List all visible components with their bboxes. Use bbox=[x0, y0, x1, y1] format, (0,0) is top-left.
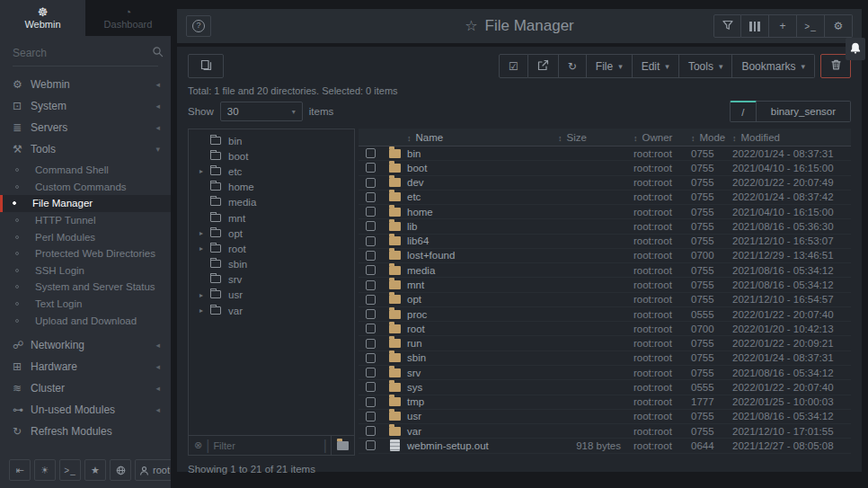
file-name[interactable]: mnt bbox=[407, 279, 558, 290]
tree-item-opt[interactable]: ▸opt bbox=[189, 226, 354, 241]
chevron-right-icon[interactable]: ▸ bbox=[196, 291, 207, 299]
tree-item-root[interactable]: ▸root bbox=[189, 241, 354, 256]
sidebar-item-system-and-server-status[interactable]: System and Server Status bbox=[0, 279, 171, 296]
sidebar-item-perl-modules[interactable]: Perl Modules bbox=[0, 228, 171, 245]
file-name[interactable]: srv bbox=[407, 368, 558, 378]
file-name[interactable]: lost+found bbox=[407, 250, 558, 261]
table-row[interactable]: tmproot:root17772022/01/25 - 10:00:03 bbox=[359, 395, 851, 410]
page-size-select[interactable]: 30 ▾ bbox=[220, 102, 303, 121]
file-name[interactable]: media bbox=[407, 265, 558, 276]
theme-button[interactable]: ☀ bbox=[34, 459, 56, 481]
sidebar-item-file-manager[interactable]: File Manager bbox=[0, 195, 171, 212]
filter-button[interactable] bbox=[713, 14, 741, 38]
tree-item-var[interactable]: ▸var bbox=[189, 303, 354, 318]
tree-item-sbin[interactable]: sbin bbox=[189, 257, 354, 272]
columns-button[interactable] bbox=[741, 14, 769, 38]
clear-filter-icon[interactable]: ⊗ bbox=[194, 439, 202, 451]
file-name[interactable]: usr bbox=[407, 411, 558, 421]
tree-folder-button[interactable] bbox=[331, 436, 354, 455]
file-name[interactable]: root bbox=[407, 324, 558, 334]
notifications-button[interactable] bbox=[846, 38, 865, 60]
sidebar-item-http-tunnel[interactable]: HTTP Tunnel bbox=[0, 212, 171, 229]
file-name[interactable]: sys bbox=[407, 382, 558, 393]
tree-item-usr[interactable]: ▸usr bbox=[189, 288, 354, 303]
column-owner[interactable]: ↕Owner bbox=[633, 132, 691, 143]
add-button[interactable]: + bbox=[769, 14, 797, 38]
table-row[interactable]: libroot:root07552021/08/16 - 05:36:30 bbox=[359, 219, 851, 234]
collapse-sidebar-button[interactable]: ⇤ bbox=[9, 459, 31, 481]
table-row[interactable]: lost+foundroot:root07002021/12/29 - 13:4… bbox=[359, 249, 851, 263]
file-name[interactable]: boot bbox=[407, 163, 558, 173]
row-checkbox[interactable] bbox=[366, 280, 376, 290]
row-checkbox[interactable] bbox=[366, 295, 376, 305]
sidebar-item-text-login[interactable]: Text Login bbox=[0, 296, 171, 313]
file-name[interactable]: bin bbox=[407, 148, 558, 159]
tab-webmin[interactable]: ☸ Webmin bbox=[0, 0, 85, 36]
row-checkbox[interactable] bbox=[366, 221, 376, 231]
menu-bookmarks[interactable]: Bookmarks▾ bbox=[732, 54, 815, 78]
tree-item-srv[interactable]: srv bbox=[189, 272, 354, 288]
breadcrumb-root[interactable]: / bbox=[730, 101, 757, 122]
row-checkbox[interactable] bbox=[366, 265, 376, 275]
search-input[interactable] bbox=[13, 47, 152, 59]
shell-button[interactable]: >_ bbox=[797, 14, 825, 38]
file-name[interactable]: dev bbox=[407, 177, 558, 188]
column-size[interactable]: ↕Size bbox=[558, 132, 633, 143]
menu-edit[interactable]: Edit▾ bbox=[633, 54, 679, 78]
table-row[interactable]: sysroot:root05552022/01/22 - 20:07:40 bbox=[359, 380, 851, 395]
file-name[interactable]: home bbox=[407, 207, 558, 217]
table-row[interactable]: varroot:root07552021/12/10 - 17:01:55 bbox=[359, 424, 851, 439]
file-name[interactable]: run bbox=[407, 338, 558, 349]
column-modified[interactable]: ↕Modified bbox=[732, 132, 851, 143]
chevron-right-icon[interactable]: ▸ bbox=[196, 229, 207, 237]
table-row[interactable]: runroot:root07552022/01/22 - 20:09:21 bbox=[359, 336, 851, 350]
file-name[interactable]: sbin bbox=[407, 352, 558, 363]
sidebar-item-protected-web-directories[interactable]: Protected Web Directories bbox=[0, 245, 171, 262]
row-checkbox[interactable] bbox=[366, 178, 376, 188]
row-checkbox[interactable] bbox=[366, 353, 376, 363]
file-name[interactable]: var bbox=[407, 426, 558, 437]
tree-item-bin[interactable]: bin bbox=[189, 133, 354, 148]
sidebar-item-webmin[interactable]: ⚙Webmin◂ bbox=[0, 74, 171, 95]
sidebar-item-custom-commands[interactable]: Custom Commands bbox=[0, 179, 171, 196]
row-checkbox[interactable] bbox=[366, 440, 376, 450]
menu-file[interactable]: File▾ bbox=[587, 54, 633, 78]
sidebar-item-servers[interactable]: ≣Servers◂ bbox=[0, 117, 171, 138]
row-checkbox[interactable] bbox=[366, 397, 376, 407]
help-button[interactable]: ? bbox=[186, 15, 211, 37]
sidebar-item-refresh-modules[interactable]: ↻Refresh Modules bbox=[0, 421, 171, 442]
table-row[interactable]: devroot:root07552022/01/22 - 20:07:49 bbox=[359, 176, 851, 191]
file-name[interactable]: lib64 bbox=[407, 235, 558, 246]
sidebar-item-system[interactable]: ⊡System◂ bbox=[0, 95, 171, 117]
row-checkbox[interactable] bbox=[366, 192, 376, 202]
table-row[interactable]: bootroot:root07552021/04/10 - 16:15:00 bbox=[359, 161, 851, 175]
table-row[interactable]: homeroot:root07552021/04/10 - 16:15:00 bbox=[359, 205, 851, 219]
tree-item-media[interactable]: media bbox=[189, 195, 354, 210]
row-checkbox[interactable] bbox=[366, 236, 376, 246]
table-row[interactable]: etcroot:root07552022/01/24 - 08:37:42 bbox=[359, 191, 851, 205]
select-all-button[interactable]: ☑ bbox=[499, 54, 528, 78]
table-row[interactable]: mntroot:root07552021/08/16 - 05:34:12 bbox=[359, 278, 851, 292]
favorites-button[interactable]: ★ bbox=[84, 459, 106, 481]
file-name[interactable]: tmp bbox=[407, 396, 558, 407]
table-row[interactable]: procroot:root05552022/01/22 - 20:07:40 bbox=[359, 307, 851, 322]
sidebar-item-ssh-login[interactable]: SSH Login bbox=[0, 262, 171, 279]
terminal-button[interactable]: >_ bbox=[59, 459, 81, 481]
menu-tools[interactable]: Tools▾ bbox=[679, 54, 733, 78]
filter-input[interactable] bbox=[213, 440, 323, 451]
row-checkbox[interactable] bbox=[366, 412, 376, 421]
sidebar-item-cluster[interactable]: ≋Cluster◂ bbox=[0, 377, 171, 399]
table-row[interactable]: usrroot:root07552021/08/16 - 05:34:12 bbox=[359, 410, 851, 424]
tree-item-home[interactable]: home bbox=[189, 180, 354, 195]
row-checkbox[interactable] bbox=[366, 207, 376, 217]
table-row[interactable]: binroot:root07552022/01/24 - 08:37:31 bbox=[359, 146, 851, 161]
breadcrumb-current[interactable]: binary_sensor bbox=[757, 101, 851, 122]
table-row[interactable]: sbinroot:root07552022/01/24 - 08:37:31 bbox=[359, 351, 851, 366]
table-row[interactable]: rootroot:root07002022/01/20 - 10:42:13 bbox=[359, 322, 851, 336]
row-checkbox[interactable] bbox=[366, 251, 376, 261]
language-button[interactable] bbox=[110, 459, 131, 481]
paste-buffer-button[interactable] bbox=[188, 54, 224, 78]
chevron-right-icon[interactable]: ▸ bbox=[196, 306, 207, 315]
chevron-right-icon[interactable]: ▸ bbox=[196, 167, 207, 175]
row-checkbox[interactable] bbox=[366, 309, 376, 319]
